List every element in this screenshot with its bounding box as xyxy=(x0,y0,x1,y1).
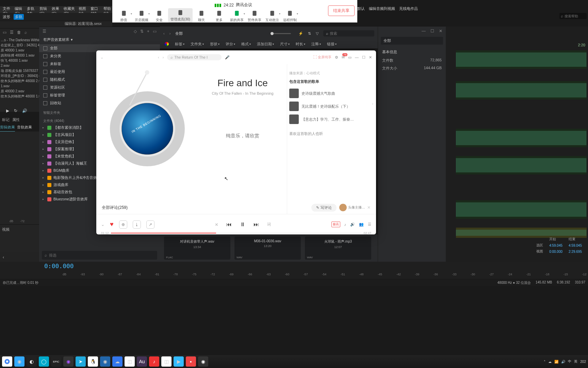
filter-尺寸[interactable]: 尺寸▾ xyxy=(280,42,290,47)
add-button[interactable]: ⊕ xyxy=(119,220,127,229)
menu-item[interactable]: 文件(F) xyxy=(3,6,11,13)
close-icon[interactable]: ✕ xyxy=(367,205,371,210)
filter-icon[interactable]: ▽ xyxy=(316,31,318,36)
library-selector[interactable]: 有声音效素材库 ▾ xyxy=(39,36,160,44)
eagle-toolbar[interactable]: ☰ ◇ ⇅ + ▭ xyxy=(39,27,160,36)
file-item[interactable]: 原 48000 2.wav xyxy=(1,89,38,94)
gear-icon[interactable]: ⚙ xyxy=(335,55,338,60)
file-item[interactable]: 场 群殴皮头餘 15878327 480 xyxy=(1,68,38,73)
edge-icon[interactable]: ◉ xyxy=(14,356,24,367)
file-item[interactable]: 1.wav xyxy=(1,83,38,89)
waveform-track[interactable] xyxy=(456,81,587,99)
volume-icon[interactable]: 🔊 xyxy=(561,360,565,364)
minimize-icon[interactable]: — xyxy=(355,55,359,59)
together-icon[interactable]: 👥 xyxy=(359,222,364,227)
au-collapse[interactable]: ‹ xyxy=(0,252,39,262)
panel-icon[interactable]: ▭ xyxy=(153,29,157,34)
au-panel-icons[interactable]: ▭ ☰ 🗑 ⌕ xyxy=(0,29,39,36)
heart-icon[interactable]: ♥ xyxy=(110,221,114,228)
cloud-icon[interactable]: ☁ xyxy=(548,360,552,364)
meeting-btn-安全[interactable]: 安全 xyxy=(150,10,168,22)
meeting-btn-更多[interactable]: 更多 xyxy=(210,10,228,22)
meeting-btn-聊天[interactable]: 聊天 xyxy=(193,10,210,22)
app-icon[interactable]: ☁ xyxy=(112,356,122,367)
app-icon[interactable]: ■ xyxy=(186,356,196,367)
workspace-item[interactable]: 无线电作品 xyxy=(399,6,418,13)
folder-icon[interactable]: ▭ xyxy=(3,30,6,35)
loop-icon[interactable]: ↻ xyxy=(14,108,17,115)
back-button[interactable]: ‹ xyxy=(158,55,159,59)
end-share-button[interactable]: 结束共享 xyxy=(328,5,355,16)
meeting-btn-暂停共享[interactable]: 暂停共享 xyxy=(246,10,263,22)
effect-icon[interactable]: ♪ xyxy=(344,223,346,227)
file-item[interactable]: 2.wav xyxy=(1,63,38,68)
wifi-icon[interactable]: 📶 xyxy=(554,360,558,364)
progress-bar[interactable]: 01:12 02:47 xyxy=(101,231,371,234)
chevron-down-icon[interactable]: ⌄ xyxy=(101,222,104,227)
filter-文件夹[interactable]: 文件夹▾ xyxy=(191,42,204,47)
prev-icon[interactable]: ⏮ xyxy=(226,221,232,228)
taskbar[interactable]: ◉ ◐ ◯ EPIC ◉ ➤ 🐧 ◉ ☁ ◫ Au ♪ ◫ ▶ ■ ◉ ˄ ☁ … xyxy=(0,355,588,368)
eagle-search-input[interactable] xyxy=(330,31,372,35)
avatar-label[interactable]: 头像主播… xyxy=(348,205,365,210)
shuffle-icon[interactable]: ⤨ xyxy=(215,222,218,227)
music-search[interactable]: ⌕ The Return Of The I xyxy=(167,54,222,60)
close-icon[interactable]: ✕ xyxy=(439,29,442,33)
app-icon[interactable]: ▶ xyxy=(174,356,184,367)
share-button[interactable]: ↗ xyxy=(146,220,154,229)
filter-链接[interactable]: 链接▾ xyxy=(327,42,337,47)
meeting-btn-开启视频[interactable]: 开启视频▾ xyxy=(133,10,150,22)
app-icon[interactable]: 🐧 xyxy=(88,356,98,367)
download-button[interactable]: ⭳ xyxy=(133,220,141,229)
fullscreen-btn[interactable]: ⛶ 全屏纯享 xyxy=(313,55,331,60)
file-card[interactable]: 火球鼠 - 雨声.mp312:07WAV xyxy=(305,236,371,260)
chrome-icon[interactable] xyxy=(2,356,12,367)
filter-注释[interactable]: 注释▾ xyxy=(311,42,321,47)
trash-icon[interactable]: 🗑 xyxy=(17,30,21,35)
filter-input[interactable] xyxy=(49,253,154,257)
maximize-icon[interactable]: ☐ xyxy=(362,55,365,60)
epic-icon[interactable]: EPIC xyxy=(51,356,61,367)
au-file-list[interactable]: …s - The Darkness Within 480在监狱上_音ID：342… xyxy=(0,36,39,112)
app-icon[interactable]: ◫ xyxy=(125,356,135,367)
steam-icon[interactable]: ◐ xyxy=(27,356,37,367)
lyrics-button[interactable]: 词 xyxy=(267,222,271,227)
menu-item[interactable]: 剪辑(C) xyxy=(39,6,48,13)
meeting-btn-互动批注[interactable]: 互动批注▾ xyxy=(263,10,281,22)
audition-icon[interactable]: Au xyxy=(137,356,147,367)
comments-count[interactable]: 全部评论(259) xyxy=(102,205,128,211)
close-icon[interactable]: ✕ xyxy=(369,55,372,60)
speaker-icon[interactable]: 🔊 xyxy=(22,108,27,115)
eagle-file-grid[interactable]: 对讲机音效带人声.wav13:34FLACM06-01-0036.wav13:2… xyxy=(160,234,378,262)
ime-badge[interactable]: 中 xyxy=(568,359,571,364)
bell-icon[interactable]: ◇ xyxy=(134,29,137,34)
menu-item[interactable]: 帮助(H) xyxy=(103,6,112,13)
obs-icon[interactable]: ◉ xyxy=(198,356,208,367)
au-transport[interactable]: ▶ ↻ 🔊 xyxy=(0,108,39,115)
menu-item[interactable]: 收藏夹(R) xyxy=(64,6,75,13)
file-item[interactable]: 原 48000 1.wav xyxy=(1,48,38,53)
waveform-track[interactable] xyxy=(456,50,587,69)
tab-track-fx[interactable]: 音轨效果 xyxy=(17,125,32,132)
list-icon[interactable]: ☰ xyxy=(10,30,14,35)
file-card[interactable]: M06-01-0036.wav13:20WAV xyxy=(234,236,301,260)
multitrack-button[interactable]: 多轨 xyxy=(14,14,24,20)
au-menubar[interactable]: 文件(F)编辑(E)多轨(M)剪辑(C)效果(S)收藏夹(R)视图(V)窗口(W… xyxy=(0,6,112,13)
color-filter-icon[interactable] xyxy=(165,42,169,46)
sort-icon[interactable]: ⇅ xyxy=(308,31,311,36)
app-icon[interactable]: ◉ xyxy=(100,356,110,367)
file-item[interactable]: …s - The Darkness Within 480 xyxy=(1,37,38,43)
workspace-item[interactable]: 默认 xyxy=(357,6,365,13)
au-workspace-menu[interactable]: 默认编辑音频到视频无线电作品 xyxy=(357,6,418,13)
menu-item[interactable]: 窗口(W) xyxy=(91,6,100,13)
quality-badge[interactable]: 极高 xyxy=(331,221,340,227)
au-timeline[interactable]: 0:00.000 dB-93-90-87-84-81-78-75-72-69-6… xyxy=(0,262,588,279)
file-item[interactable]: 在监狱上_音ID：34261] 48… xyxy=(1,43,38,48)
mini-icon[interactable]: ▭ xyxy=(348,55,352,60)
eagle-search[interactable]: ⌕ xyxy=(323,30,374,36)
filter-添加日期[interactable]: 添加日期▾ xyxy=(257,42,274,47)
eagle-filter-bar[interactable]: 标签▾文件夹▾形状▾评分▾格式▾添加日期▾尺寸▾时长▾注释▾链接▾ xyxy=(160,40,378,48)
waveform-button[interactable]: 波形 xyxy=(3,14,10,19)
ime-lang[interactable]: 英 xyxy=(574,359,577,364)
menu-item[interactable]: 视图(V) xyxy=(79,6,87,13)
